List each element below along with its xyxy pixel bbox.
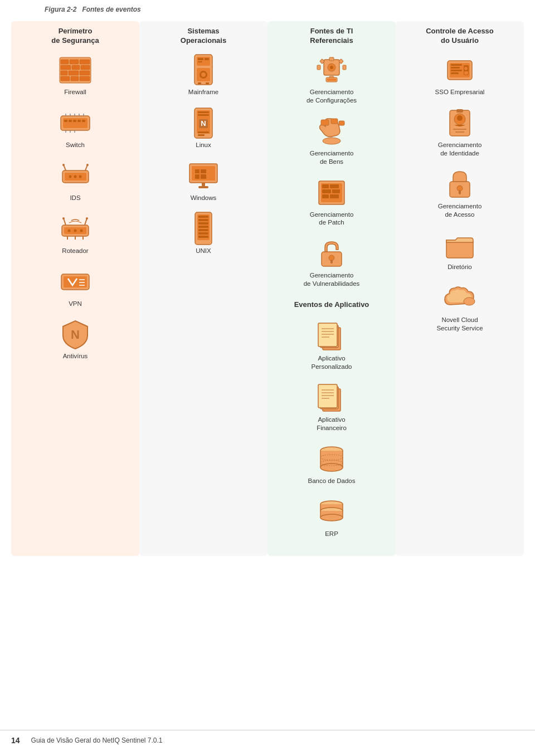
svg-rect-88 bbox=[198, 232, 208, 235]
svg-rect-78 bbox=[201, 174, 206, 179]
item-linux: N Linux bbox=[186, 109, 221, 149]
svg-rect-89 bbox=[198, 236, 208, 238]
svg-rect-103 bbox=[339, 121, 344, 125]
roteador-label: Roteador bbox=[62, 247, 88, 255]
svg-rect-76 bbox=[201, 169, 206, 173]
svg-rect-64 bbox=[206, 82, 209, 84]
ids-label: IDS bbox=[70, 194, 80, 202]
aplic-person-label: AplicativoPersonalizado bbox=[312, 354, 352, 371]
svg-point-158 bbox=[457, 115, 463, 121]
svg-rect-3 bbox=[80, 60, 90, 64]
column-sistemas: SistemasOperacionais bbox=[139, 21, 268, 556]
svg-rect-93 bbox=[317, 65, 320, 70]
svg-rect-7 bbox=[61, 71, 67, 75]
novell-cloud-icon bbox=[442, 284, 478, 313]
svg-point-33 bbox=[86, 164, 89, 166]
antivirus-icon: N bbox=[57, 320, 93, 349]
banco-dados-label: Banco de Dados bbox=[308, 477, 355, 485]
column-perimetro: Perímetrode Segurança bbox=[11, 21, 139, 556]
mainframe-label: Mainframe bbox=[188, 88, 218, 96]
svg-rect-85 bbox=[198, 222, 208, 225]
windows-icon bbox=[186, 162, 221, 191]
item-sso: SSO Empresarial bbox=[435, 56, 485, 96]
svg-point-145 bbox=[320, 514, 343, 521]
svg-point-153 bbox=[464, 67, 468, 70]
item-gerenc-ident: Gerenciamentode Identidade bbox=[438, 109, 482, 158]
svg-rect-115 bbox=[330, 260, 333, 264]
svg-rect-101 bbox=[321, 120, 329, 125]
page-header: Figura 2-2 Fontes de eventos bbox=[0, 0, 535, 16]
svg-rect-75 bbox=[195, 169, 200, 173]
switch-label: Switch bbox=[66, 141, 85, 149]
svg-rect-84 bbox=[198, 219, 208, 221]
mainframe-icon bbox=[186, 56, 221, 85]
col-header-controle: Controle de Acessodo Usuário bbox=[426, 27, 494, 46]
svg-rect-118 bbox=[318, 323, 337, 347]
svg-point-164 bbox=[464, 297, 475, 305]
item-gerenc-vuln: Gerenciamentode Vulnerabilidades bbox=[304, 239, 360, 288]
aplic-person-icon bbox=[314, 322, 349, 351]
page-footer: 14 Guia de Visão Geral do NetIQ Sentinel… bbox=[0, 730, 535, 745]
svg-rect-108 bbox=[330, 184, 339, 188]
banco-dados-icon bbox=[314, 445, 349, 474]
item-mainframe: Mainframe bbox=[186, 56, 221, 96]
diretorio-label: Diretório bbox=[448, 263, 471, 271]
linux-label: Linux bbox=[196, 141, 211, 149]
gerenc-patch-label: Gerenciamentode Patch bbox=[310, 211, 354, 227]
item-aplic-fin: AplicativoFinanceiro bbox=[314, 383, 349, 432]
gerenc-ident-icon bbox=[442, 109, 478, 138]
gerenc-ident-label: Gerenciamentode Identidade bbox=[438, 141, 482, 158]
diretorio-icon bbox=[442, 231, 478, 260]
item-gerenc-acesso: Gerenciamentode Acesso bbox=[438, 170, 482, 219]
firewall-icon bbox=[57, 56, 93, 85]
svg-point-36 bbox=[79, 175, 81, 178]
item-gerenc-config: Gerenciamentode Configurações bbox=[307, 56, 357, 105]
item-erp: ERP bbox=[314, 498, 349, 538]
col-header-sistemas: SistemasOperacionais bbox=[181, 27, 226, 46]
svg-rect-109 bbox=[322, 189, 331, 193]
svg-rect-4 bbox=[61, 65, 71, 70]
vpn-icon bbox=[57, 267, 93, 296]
gerenc-config-icon bbox=[314, 56, 349, 85]
svg-rect-107 bbox=[322, 184, 329, 188]
gerenc-config-label: Gerenciamentode Configurações bbox=[307, 88, 357, 105]
item-vpn: VPN bbox=[57, 267, 93, 308]
ids-icon bbox=[57, 162, 93, 191]
novell-cloud-label: Novell CloudSecurity Service bbox=[436, 316, 483, 333]
svg-rect-111 bbox=[322, 194, 329, 198]
gerenc-bens-label: Gerenciamentode Bens bbox=[310, 149, 354, 166]
antivirus-label: Antivírus bbox=[63, 352, 88, 360]
windows-label: Windows bbox=[191, 194, 217, 202]
item-ids: IDS bbox=[57, 162, 93, 202]
svg-point-35 bbox=[74, 175, 76, 178]
aplic-fin-label: AplicativoFinanceiro bbox=[317, 416, 347, 432]
svg-rect-11 bbox=[71, 76, 79, 81]
gerenc-acesso-icon bbox=[442, 170, 478, 199]
svg-rect-69 bbox=[198, 111, 209, 113]
svg-rect-71 bbox=[198, 131, 209, 133]
vpn-label: VPN bbox=[69, 300, 82, 308]
svg-rect-79 bbox=[202, 183, 205, 186]
svg-point-43 bbox=[68, 229, 71, 232]
svg-rect-80 bbox=[198, 186, 208, 188]
linux-icon: N bbox=[186, 109, 221, 138]
svg-text:N: N bbox=[71, 328, 80, 342]
svg-rect-18 bbox=[77, 120, 81, 122]
erp-icon bbox=[314, 498, 349, 526]
item-gerenc-patch: Gerenciamentode Patch bbox=[310, 178, 354, 227]
gerenc-bens-icon bbox=[314, 117, 349, 146]
svg-rect-86 bbox=[198, 226, 208, 228]
gerenc-acesso-label: Gerenciamentode Acesso bbox=[438, 202, 482, 219]
column-controle: Controle de Acessodo Usuário bbox=[396, 21, 524, 556]
item-eventos-app: Eventos de Aplicativo bbox=[294, 300, 369, 310]
aplic-fin-icon bbox=[314, 383, 349, 412]
firewall-label: Firewall bbox=[64, 88, 86, 96]
svg-rect-63 bbox=[198, 82, 201, 84]
item-diretorio: Diretório bbox=[442, 231, 478, 271]
item-aplic-person: AplicativoPersonalizado bbox=[312, 322, 352, 371]
svg-rect-102 bbox=[331, 119, 338, 124]
svg-rect-125 bbox=[318, 384, 337, 408]
svg-rect-110 bbox=[332, 189, 340, 193]
svg-rect-5 bbox=[72, 65, 80, 70]
figure-title: Fontes de eventos bbox=[82, 6, 140, 13]
